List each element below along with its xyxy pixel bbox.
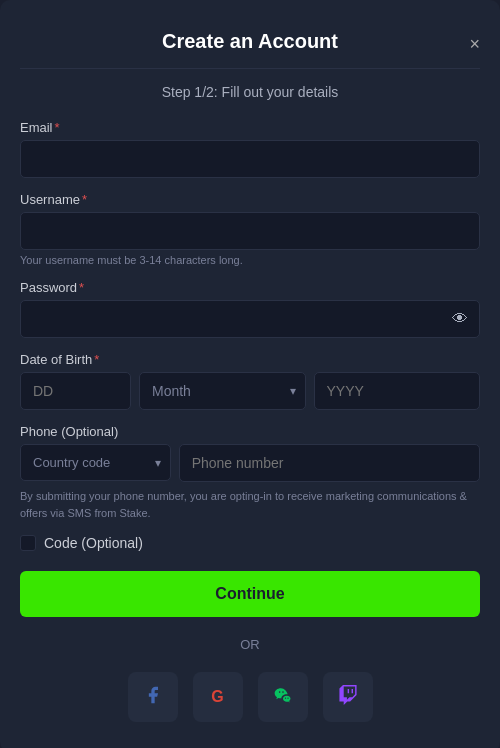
password-wrapper: 👁	[20, 300, 480, 338]
country-code-select[interactable]: Country code +1 (US) +44 (UK) +61 (AU)	[20, 444, 171, 481]
modal-title: Create an Account	[162, 30, 338, 52]
facebook-icon	[143, 685, 163, 710]
dob-row: Month January February March April May J…	[20, 372, 480, 410]
dob-label: Date of Birth*	[20, 352, 480, 367]
modal-header: Create an Account ×	[20, 20, 480, 69]
phone-row: Country code +1 (US) +44 (UK) +61 (AU)	[20, 444, 480, 482]
close-button[interactable]: ×	[469, 35, 480, 53]
google-icon: G	[211, 688, 223, 706]
email-label: Email*	[20, 120, 480, 135]
create-account-modal: Create an Account × Step 1/2: Fill out y…	[0, 0, 500, 748]
password-label: Password*	[20, 280, 480, 295]
phone-number-input[interactable]	[179, 444, 480, 482]
dob-month-wrapper: Month January February March April May J…	[139, 372, 306, 410]
sms-disclaimer: By submitting your phone number, you are…	[20, 488, 480, 521]
continue-button[interactable]: Continue	[20, 571, 480, 617]
dob-group: Date of Birth* Month January February Ma…	[20, 352, 480, 410]
password-group: Password* 👁	[20, 280, 480, 338]
username-label: Username*	[20, 192, 480, 207]
password-input[interactable]	[20, 300, 480, 338]
wechat-login-button[interactable]	[258, 672, 308, 722]
wechat-icon	[273, 685, 293, 710]
dob-dd-wrapper	[20, 372, 131, 410]
code-checkbox[interactable]	[20, 535, 36, 551]
twitch-login-button[interactable]	[323, 672, 373, 722]
twitch-icon	[338, 685, 358, 710]
google-login-button[interactable]: G	[193, 672, 243, 722]
email-input[interactable]	[20, 140, 480, 178]
country-code-wrapper: Country code +1 (US) +44 (UK) +61 (AU)	[20, 444, 171, 482]
step-indicator: Step 1/2: Fill out your details	[20, 84, 480, 100]
phone-label: Phone (Optional)	[20, 424, 480, 439]
dob-yyyy-wrapper	[314, 372, 481, 410]
dob-yyyy-input[interactable]	[314, 372, 481, 410]
dob-dd-input[interactable]	[20, 372, 131, 410]
code-label: Code (Optional)	[44, 535, 143, 551]
username-hint: Your username must be 3-14 characters lo…	[20, 254, 480, 266]
dob-month-select[interactable]: Month January February March April May J…	[139, 372, 306, 410]
social-login-row: G	[20, 672, 480, 722]
facebook-login-button[interactable]	[128, 672, 178, 722]
username-group: Username* Your username must be 3-14 cha…	[20, 192, 480, 266]
username-input[interactable]	[20, 212, 480, 250]
code-group: Code (Optional)	[20, 535, 480, 551]
phone-number-wrapper	[179, 444, 480, 482]
phone-group: Phone (Optional) Country code +1 (US) +4…	[20, 424, 480, 521]
or-divider: OR	[20, 637, 480, 652]
toggle-password-icon[interactable]: 👁	[452, 310, 468, 328]
email-group: Email*	[20, 120, 480, 178]
